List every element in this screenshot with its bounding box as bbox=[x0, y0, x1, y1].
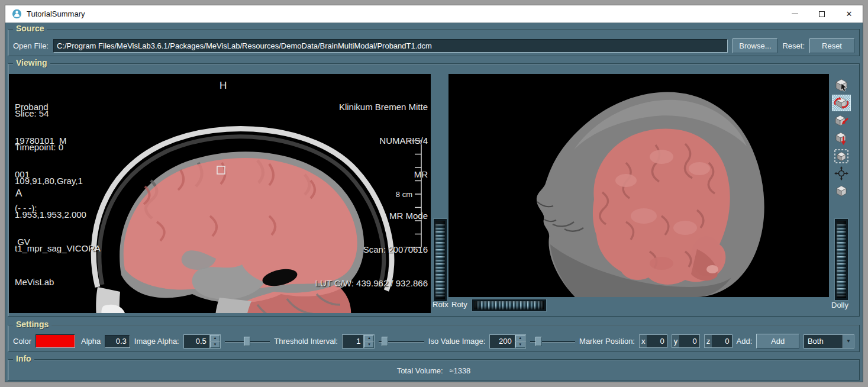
close-button[interactable]: ✕ bbox=[835, 5, 863, 22]
open-file-input[interactable] bbox=[53, 39, 728, 53]
rotate-mode-button[interactable] bbox=[832, 95, 851, 111]
desktop: TutorialSummary ✕ Source Open File: Brow… bbox=[0, 0, 868, 387]
threshold-spinbox[interactable]: 1 ▲▼ bbox=[342, 334, 375, 349]
image-alpha-label: Image Alpha: bbox=[134, 337, 179, 346]
marker-z-field[interactable]: z0 bbox=[704, 334, 733, 348]
pan-mode-button[interactable] bbox=[832, 165, 851, 182]
pick-mode-icon bbox=[834, 78, 849, 93]
reset-label: Reset: bbox=[782, 41, 805, 50]
home-icon bbox=[834, 131, 849, 146]
slice-info-text: Slice: 54 Timepoint: 0 109,91,80,Gray,1 … bbox=[15, 85, 101, 310]
scan-info-text: MR Mode Scan: 20070616 LUT C/W: 439.962 … bbox=[315, 188, 428, 311]
roty-thumbwheel[interactable] bbox=[472, 299, 546, 311]
rotate-mode-icon bbox=[834, 95, 849, 111]
close-icon: ✕ bbox=[846, 10, 853, 18]
dolly-label: Dolly bbox=[831, 301, 848, 309]
iso-value-spinbox[interactable]: 200 ▲▼ bbox=[489, 334, 525, 349]
info-group: Info Total Volume: ≈1338 bbox=[8, 359, 860, 380]
iso-value-label: Iso Value Image: bbox=[428, 337, 486, 346]
orientation-h-label: H bbox=[220, 80, 227, 92]
source-group: Source Open File: Browse... Reset: Reset bbox=[8, 29, 860, 56]
image-alpha-up-icon[interactable]: ▲ bbox=[210, 335, 220, 341]
info-group-title: Info bbox=[13, 354, 34, 363]
maximize-button[interactable] bbox=[808, 5, 835, 22]
browse-button[interactable]: Browse... bbox=[733, 38, 777, 53]
head-3d-viewer[interactable] bbox=[448, 74, 829, 297]
window-content: Source Open File: Browse... Reset: Reset… bbox=[5, 23, 863, 382]
pan-mode-icon bbox=[834, 166, 849, 181]
view-all-icon bbox=[834, 149, 849, 164]
rotx-label: Rotx bbox=[433, 300, 448, 309]
reset-button[interactable]: Reset bbox=[809, 38, 854, 53]
window-title: TutorialSummary bbox=[27, 9, 85, 18]
marker-y-field[interactable]: y0 bbox=[672, 334, 700, 348]
app-window: TutorialSummary ✕ Source Open File: Brow… bbox=[5, 5, 863, 382]
rotx-thumbwheel[interactable] bbox=[434, 219, 447, 301]
source-group-title: Source bbox=[13, 24, 47, 33]
app-logo-icon bbox=[12, 9, 22, 19]
roty-label: Roty bbox=[451, 300, 467, 309]
add-label: Add: bbox=[737, 337, 753, 346]
minimize-button[interactable] bbox=[781, 5, 808, 22]
settings-group-title: Settings bbox=[13, 320, 51, 329]
maximize-icon bbox=[819, 11, 825, 17]
image-alpha-down-icon[interactable]: ▼ bbox=[210, 341, 220, 348]
camera-mode-icon bbox=[834, 183, 849, 198]
mri-2d-viewer[interactable]: Proband 19780101 M 001 (- - -): GV H A K… bbox=[9, 74, 431, 313]
camera-mode-button[interactable] bbox=[832, 182, 851, 199]
seek-mode-button[interactable] bbox=[832, 112, 851, 129]
image-alpha-spinbox[interactable]: 0.5 ▲▼ bbox=[183, 334, 221, 349]
ruler-label: 8 cm bbox=[377, 189, 412, 200]
view-all-button[interactable] bbox=[832, 148, 851, 165]
alpha-field[interactable]: 0.3 bbox=[105, 335, 130, 348]
color-swatch[interactable] bbox=[36, 334, 75, 348]
home-button[interactable] bbox=[832, 130, 851, 147]
threshold-label: Threshold Interval: bbox=[274, 337, 338, 346]
viewing-group: Viewing bbox=[8, 63, 860, 317]
add-marker-button[interactable]: Add bbox=[756, 334, 799, 349]
chevron-down-icon: ▼ bbox=[843, 335, 854, 348]
head-3d-render bbox=[448, 74, 829, 297]
color-label: Color bbox=[13, 337, 31, 346]
threshold-slider[interactable] bbox=[379, 336, 424, 347]
viewing-group-title: Viewing bbox=[13, 58, 50, 67]
marker-position-label: Marker Position: bbox=[579, 337, 635, 346]
total-volume-label: Total Volume: bbox=[397, 366, 443, 375]
dolly-thumbwheel[interactable] bbox=[835, 219, 848, 300]
alpha-label: Alpha bbox=[81, 337, 101, 346]
station-info-text: Klinikum Bremen Mitte NUMARIS/4 MR bbox=[339, 79, 428, 202]
pick-mode-button[interactable] bbox=[832, 77, 851, 93]
marker-mode-dropdown[interactable]: Both ▼ bbox=[804, 334, 854, 349]
seek-mode-icon bbox=[834, 113, 849, 128]
iso-down-icon[interactable]: ▼ bbox=[515, 341, 525, 348]
iso-up-icon[interactable]: ▲ bbox=[515, 335, 525, 341]
minimize-icon bbox=[792, 14, 798, 14]
settings-group: Settings Color Alpha 0.3 Image Alpha: 0.… bbox=[8, 325, 860, 352]
iso-value-slider[interactable] bbox=[530, 336, 575, 347]
image-alpha-slider[interactable] bbox=[225, 336, 270, 347]
open-file-label: Open File: bbox=[13, 41, 49, 50]
threshold-up-icon[interactable]: ▲ bbox=[364, 335, 374, 341]
total-volume-value: ≈1338 bbox=[449, 366, 470, 375]
marker-x-field[interactable]: x0 bbox=[639, 334, 667, 348]
total-volume-text: Total Volume: ≈1338 bbox=[8, 366, 859, 375]
threshold-down-icon[interactable]: ▼ bbox=[364, 341, 374, 348]
title-bar: TutorialSummary ✕ bbox=[5, 5, 863, 23]
